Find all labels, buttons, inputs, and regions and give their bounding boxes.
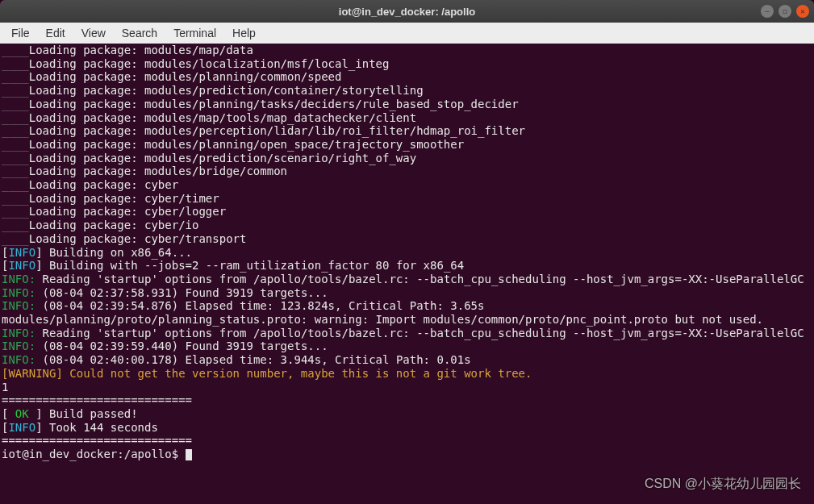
- menu-file[interactable]: File: [5, 25, 36, 41]
- loading-line: ____Loading package: cyber/logger: [2, 205, 812, 219]
- loading-line: ____Loading package: modules/localizatio…: [2, 57, 812, 71]
- info-line: [INFO] Took 144 seconds: [2, 421, 812, 435]
- separator-line: ============================: [2, 434, 812, 448]
- loading-line: ____Loading package: cyber/transport: [2, 232, 812, 246]
- minimize-icon[interactable]: –: [761, 5, 774, 18]
- menu-search[interactable]: Search: [115, 25, 164, 41]
- menu-view[interactable]: View: [75, 25, 112, 41]
- info-line: INFO: (08-04 02:39:54.876) Elapsed time:…: [2, 299, 812, 313]
- info-line: INFO: (08-04 02:39:59.440) Found 3919 ta…: [2, 339, 812, 353]
- info-line: INFO: Reading 'startup' options from /ap…: [2, 327, 812, 340]
- loading-line: ____Loading package: modules/planning/ta…: [2, 98, 812, 111]
- menu-help[interactable]: Help: [226, 25, 262, 41]
- ok-line: [ OK ] Build passed!: [2, 407, 812, 421]
- terminal-output[interactable]: ____Loading package: modules/map/data___…: [0, 44, 814, 504]
- window-controls: – ◻ ✕: [761, 5, 809, 18]
- window-titlebar: iot@in_dev_docker: /apollo – ◻ ✕: [0, 0, 814, 23]
- separator-line: ============================: [2, 394, 812, 407]
- loading-line: ____Loading package: modules/map/data: [2, 44, 812, 57]
- loading-line: ____Loading package: modules/planning/op…: [2, 138, 812, 152]
- menu-edit[interactable]: Edit: [40, 25, 72, 41]
- warning-line: [WARNING] Could not get the version numb…: [2, 367, 812, 381]
- loading-line: ____Loading package: cyber: [2, 178, 812, 192]
- cursor-icon: [186, 449, 192, 460]
- prompt-line: iot@in_dev_docker:/apollo$: [2, 448, 812, 461]
- warn-line: modules/planning/proto/planning_status.p…: [2, 313, 812, 327]
- close-icon[interactable]: ✕: [796, 5, 809, 18]
- loading-line: ____Loading package: modules/planning/co…: [2, 70, 812, 84]
- loading-line: ____Loading package: cyber/io: [2, 219, 812, 232]
- info-line: [INFO] Building with --jobs=2 --ram_util…: [2, 259, 812, 273]
- info-line: INFO: (08-04 02:37:58.931) Found 3919 ta…: [2, 286, 812, 300]
- info-line: [INFO] Building on x86_64...: [2, 246, 812, 260]
- loading-line: ____Loading package: modules/bridge/comm…: [2, 165, 812, 178]
- info-line: INFO: Reading 'startup' options from /ap…: [2, 273, 812, 286]
- loading-line: ____Loading package: modules/prediction/…: [2, 152, 812, 165]
- loading-line: ____Loading package: modules/prediction/…: [2, 84, 812, 98]
- loading-line: ____Loading package: cyber/timer: [2, 192, 812, 206]
- maximize-icon[interactable]: ◻: [779, 5, 791, 18]
- loading-line: ____Loading package: modules/perception/…: [2, 124, 812, 138]
- output-line: 1: [2, 381, 812, 394]
- menu-terminal[interactable]: Terminal: [167, 25, 223, 41]
- window-title: iot@in_dev_docker: /apollo: [0, 6, 814, 18]
- loading-line: ____Loading package: modules/map/tools/m…: [2, 111, 812, 125]
- menu-bar: File Edit View Search Terminal Help: [0, 23, 814, 44]
- info-line: INFO: (08-04 02:40:00.178) Elapsed time:…: [2, 353, 812, 367]
